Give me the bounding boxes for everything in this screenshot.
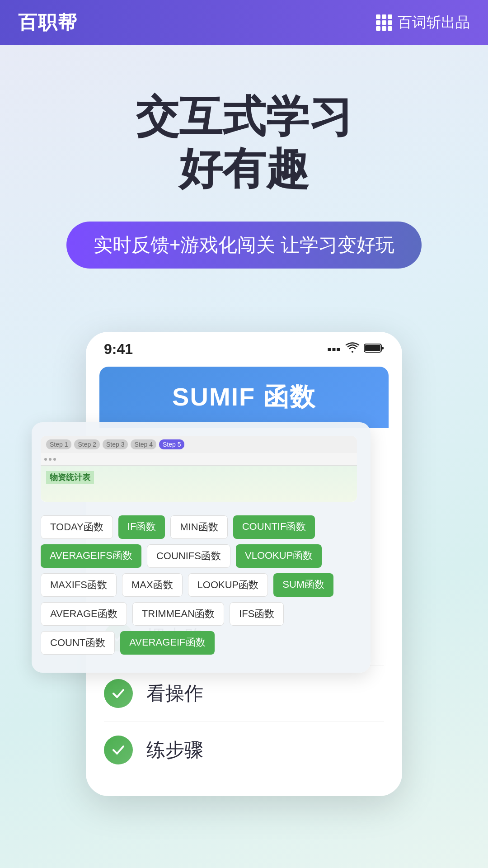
- toolbar-dot: [53, 458, 56, 461]
- hero-title-line1: 交互式学习: [27, 90, 461, 142]
- function-tag: VLOOKUP函数: [236, 544, 322, 568]
- brand-icon: [376, 14, 392, 31]
- hero-title: 交互式学习 好有趣: [27, 90, 461, 194]
- steps-bar: Step 1Step 2Step 3Step 4Step 5: [41, 436, 357, 453]
- mini-browser: Step 1Step 2Step 3Step 4Step 5 物资统计表: [41, 436, 357, 502]
- function-tag: TODAY函数: [41, 515, 113, 539]
- function-tag: LOOKUP函数: [188, 573, 268, 597]
- check-label: 练步骤: [146, 737, 203, 763]
- step-pill: Step 1: [46, 439, 71, 449]
- svg-rect-2: [381, 347, 384, 349]
- spreadsheet-body: 物资统计表: [41, 466, 357, 502]
- toolbar-dot: [49, 458, 52, 461]
- function-tag: COUNIFS函数: [147, 544, 230, 568]
- function-tag: IFS函数: [230, 602, 284, 626]
- function-tag: MIN函数: [170, 515, 227, 539]
- step-pill: Step 2: [74, 439, 99, 449]
- function-tag: AVERAGEIF函数: [120, 631, 214, 655]
- svg-rect-1: [365, 345, 380, 351]
- function-tags-cloud: TODAY函数IF函数MIN函数COUNTIF函数AVERAGEIFS函数COU…: [41, 511, 357, 659]
- step-pill: Step 4: [131, 439, 156, 449]
- mockup-area: 9:41 ▪▪▪: [18, 332, 470, 796]
- status-bar: 9:41 ▪▪▪: [86, 332, 402, 362]
- function-header: SUMIF 函数: [99, 367, 389, 428]
- spreadsheet-title: 物资统计表: [46, 471, 94, 484]
- overlay-card: Step 1Step 2Step 3Step 4Step 5 物资统计表 TOD…: [32, 422, 371, 673]
- app-header: 百职帮 百词斩出品: [0, 0, 488, 45]
- function-tag: IF函数: [118, 515, 165, 539]
- step-pill: Step 5: [159, 439, 184, 449]
- function-tag: MAX函数: [122, 573, 183, 597]
- signal-icon: ▪▪▪: [327, 342, 341, 357]
- step-pill: Step 3: [103, 439, 128, 449]
- function-tag: AVERAGE函数: [41, 602, 127, 626]
- status-icons: ▪▪▪: [327, 342, 384, 357]
- function-tag: COUNTIF函数: [233, 515, 315, 539]
- spreadsheet: 物资统计表: [41, 453, 357, 502]
- battery-icon: [364, 342, 384, 357]
- hero-badge: 实时反馈+游戏化闯关 让学习变好玩: [66, 222, 422, 269]
- function-tag: SUM函数: [273, 573, 333, 597]
- hero-title-line2: 好有趣: [27, 142, 461, 194]
- spreadsheet-toolbar: [41, 453, 357, 466]
- function-tag: TRIMMEAN函数: [132, 602, 224, 626]
- function-tag: MAXIFS函数: [41, 573, 117, 597]
- function-title: SUMIF 函数: [117, 380, 371, 415]
- hero-section: 交互式学习 好有趣 实时反馈+游戏化闯关 让学习变好玩: [0, 45, 488, 332]
- brand-info: 百词斩出品: [376, 13, 470, 33]
- check-circle: [104, 679, 133, 708]
- app-logo: 百职帮: [18, 10, 78, 35]
- check-item: 练步骤: [104, 722, 384, 778]
- brand-label: 百词斩出品: [398, 13, 470, 33]
- function-tag: COUNT函数: [41, 631, 115, 655]
- wifi-icon: [345, 342, 360, 357]
- check-item: 看操作: [104, 665, 384, 722]
- check-circle: [104, 736, 133, 764]
- function-tag: AVERAGEIFS函数: [41, 544, 141, 568]
- check-label: 看操作: [146, 681, 203, 706]
- phone-time: 9:41: [104, 341, 133, 358]
- toolbar-dot: [44, 458, 47, 461]
